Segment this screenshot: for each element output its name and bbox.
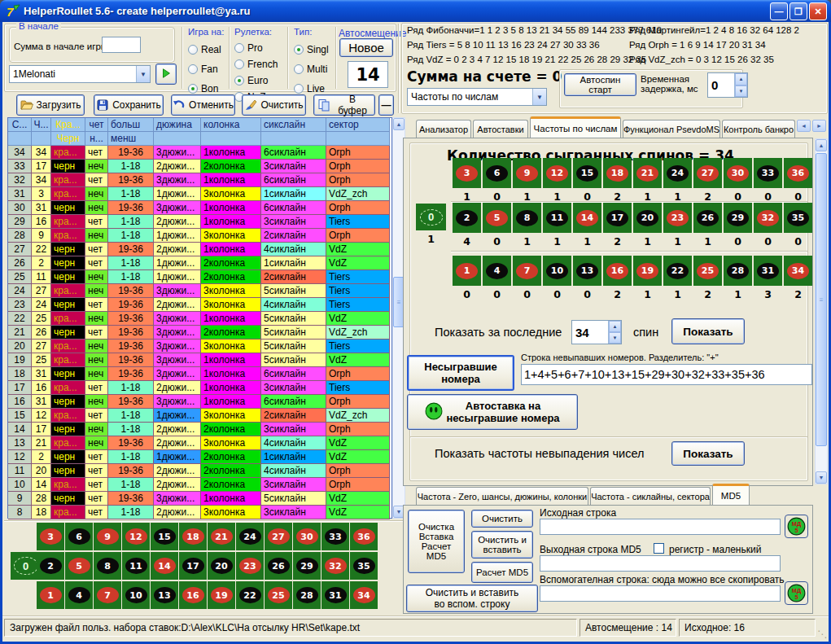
resize-grip[interactable]: ⋱ [817,629,827,640]
tab-1[interactable]: Частота - Zero, шансы, дюжины, колонки [416,487,588,505]
autospin-start-button[interactable]: Автоспин старт [564,73,636,96]
load-button[interactable]: Загрузить [16,94,85,116]
board-number-cell-21[interactable]: 21 [208,523,235,550]
board-number-cell-27[interactable]: 27 [265,523,292,550]
board-number-cell-4[interactable]: 4 [65,581,93,609]
freq-number-cell-12[interactable]: 12 [543,158,571,188]
board-number-cell-23[interactable]: 23 [236,552,264,580]
board-number-cell-16[interactable]: 16 [179,581,207,609]
md5-clear-button[interactable]: Очистить [471,510,533,528]
board-number-cell-31[interactable]: 31 [321,581,349,609]
missed-numbers-button[interactable]: Несыгравшиеномера [407,355,514,391]
tab-scroll-left-icon[interactable]: ◄ [797,120,811,132]
freq-number-cell-18[interactable]: 18 [603,158,632,188]
freq-number-cell-1[interactable]: 1 [453,256,481,286]
board-number-cell-18[interactable]: 18 [179,523,207,550]
clear-button[interactable]: Очистить [242,94,306,116]
play-button[interactable] [155,64,177,85]
chevron-down-icon[interactable]: ▼ [136,66,150,82]
radio-option-fan[interactable]: Fan [188,59,224,79]
freq-number-cell-36[interactable]: 36 [784,158,812,188]
radio-option-french[interactable]: French [234,56,280,72]
board-number-cell-17[interactable]: 17 [179,552,207,580]
freq-number-cell-20[interactable]: 20 [633,203,662,233]
board-number-cell-14[interactable]: 14 [151,552,178,580]
board-number-cell-34[interactable]: 34 [350,581,378,609]
tab-4[interactable]: Функционал PsevdoMS [623,120,720,138]
md5-clear-paste-button[interactable]: Очистить и вставить [471,531,533,559]
show-last-spinner[interactable]: 34 ▲▼ [571,320,622,344]
undo-button[interactable]: Отменить [171,94,235,116]
board-number-cell-15[interactable]: 15 [151,523,178,550]
freq-number-cell-13[interactable]: 13 [573,256,601,286]
board-number-cell-12[interactable]: 12 [122,523,150,550]
freq-number-cell-30[interactable]: 30 [724,158,752,188]
scroll-up-icon[interactable]: ▲ [393,118,405,130]
scroll-up-icon[interactable]: ▲ [816,139,827,151]
board-number-cell-2[interactable]: 2 [37,552,64,580]
freq-number-cell-11[interactable]: 11 [543,203,571,233]
freq-number-cell-21[interactable]: 21 [633,158,662,188]
autobet-missed-button[interactable]: Автоставка нанесыгравшие номера [407,394,578,430]
board-number-cell-19[interactable]: 19 [208,581,235,609]
freq-number-cell-4[interactable]: 4 [483,256,511,286]
freq-number-cell-19[interactable]: 19 [633,256,662,286]
radio-option-multi[interactable]: Multi [294,59,329,79]
board-number-cell-5[interactable]: 5 [65,552,93,580]
tab-5[interactable]: Контроль банкро [722,120,795,138]
radio-option-euro[interactable]: Euro [234,72,280,89]
scrollbar-thumb[interactable]: ≡ [816,153,827,446]
show-missing-freq-button[interactable]: Показать [671,441,745,466]
board-number-cell-32[interactable]: 32 [321,552,349,580]
freq-number-cell-25[interactable]: 25 [693,256,722,286]
md5-out-input[interactable] [540,555,781,572]
freq-number-cell-14[interactable]: 14 [573,203,601,233]
freq-number-cell-22[interactable]: 22 [663,256,692,286]
board-number-cell-6[interactable]: 6 [65,523,93,550]
board-number-cell-13[interactable]: 13 [151,581,178,609]
board-number-cell-10[interactable]: 10 [122,581,150,609]
tab-3[interactable]: Частоты по числам [530,116,621,138]
spin-up-icon[interactable]: ▲ [609,321,621,332]
minimize-button[interactable]: — [770,2,788,20]
history-table[interactable]: С...Ч...Кра...четбольшдюжинаколонкасиксл… [7,117,392,519]
board-number-cell-7[interactable]: 7 [94,581,121,609]
spin-up-icon[interactable]: ▲ [735,73,747,85]
freq-number-cell-35[interactable]: 35 [784,203,812,233]
freq-number-cell-7[interactable]: 7 [513,256,541,286]
freq-number-cell-27[interactable]: 27 [693,158,722,188]
board-number-cell-24[interactable]: 24 [236,523,264,550]
board-number-cell-33[interactable]: 33 [321,523,349,550]
board-number-cell-30[interactable]: 30 [293,523,321,550]
md5-run-button[interactable]: МД5 [785,515,808,538]
md5-calc-button[interactable]: Расчет MD5 [471,562,533,583]
freq-number-cell-32[interactable]: 32 [754,203,782,233]
freq-number-cell-10[interactable]: 10 [543,256,571,286]
maximize-button[interactable]: ❐ [789,2,807,20]
show-button[interactable]: Показать [671,318,745,344]
spin-down-icon[interactable]: ▼ [609,332,621,344]
board-number-cell-22[interactable]: 22 [236,581,264,609]
collapse-button[interactable]: — [378,94,394,116]
freq-number-cell-31[interactable]: 31 [754,256,782,286]
freq-number-cell-28[interactable]: 28 [724,256,752,286]
board-number-cell-28[interactable]: 28 [293,581,321,609]
radio-option-singl[interactable]: Singl [294,40,329,59]
freq-number-cell-26[interactable]: 26 [693,203,722,233]
tab-3[interactable]: MD5 [712,484,750,505]
freq-number-cell-33[interactable]: 33 [754,158,782,188]
board-number-cell-3[interactable]: 3 [37,523,64,550]
board-number-cell-35[interactable]: 35 [350,552,378,580]
freq-number-cell-23[interactable]: 23 [663,203,692,233]
freq-panel-scrollbar[interactable]: ▲ ≡ ▼ [815,138,828,484]
scroll-down-icon[interactable]: ▼ [816,471,827,484]
delay-spinner[interactable]: 0 ▲▼ [707,72,748,98]
tab-2[interactable]: Частота - сиклайны, сектора [590,487,711,505]
md5-big-button[interactable]: Очистка Вставка Расчет MD5 [408,510,465,573]
freq-number-cell-24[interactable]: 24 [663,158,692,188]
tab-1[interactable]: Анализатор [416,120,471,138]
new-button[interactable]: Новое [339,38,393,57]
board-number-cell-26[interactable]: 26 [265,552,292,580]
board-number-cell-1[interactable]: 1 [37,581,64,609]
close-button[interactable]: ✕ [809,2,827,20]
